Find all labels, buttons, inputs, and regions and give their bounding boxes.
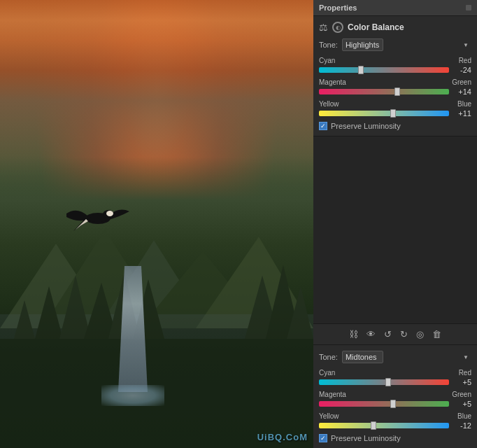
blue-label-1: Blue — [457, 100, 471, 108]
cb-title-1: Color Balance — [348, 22, 404, 32]
yellow-blue-value-2: -12 — [453, 421, 471, 430]
magenta-green-track-1[interactable] — [319, 89, 449, 94]
yellow-blue-thumb-1[interactable] — [390, 109, 396, 118]
magenta-green-labels-2: Magenta Green — [319, 391, 471, 398]
check-mark-1: ✓ — [320, 123, 326, 130]
magenta-green-thumb-2[interactable] — [390, 400, 396, 408]
cyan-red-labels-1: Cyan Red — [319, 57, 471, 64]
tone-select-2[interactable]: Midtones Highlights Shadows — [342, 351, 383, 363]
tone-row-1: Tone: Highlights Midtones Shadows — [319, 38, 471, 51]
green-label-1: Green — [452, 78, 471, 86]
magenta-green-track-2[interactable] — [319, 401, 449, 407]
yellow-blue-labels-2: Yellow Blue — [319, 412, 471, 420]
yellow-blue-track-2[interactable] — [319, 423, 449, 428]
yellow-blue-track-1[interactable] — [319, 111, 449, 116]
cyan-red-thumb-2[interactable] — [385, 378, 391, 386]
panel-toolbar: ⛓ 👁 ↺ ↻ ◎ 🗑 — [313, 323, 477, 345]
check-mark-2: ✓ — [320, 435, 326, 442]
cyan-red-thumb-1[interactable] — [358, 66, 364, 74]
cyan-red-value-2: +5 — [453, 378, 471, 386]
color-balance-section-2: Tone: Midtones Highlights Shadows Cyan R… — [313, 345, 477, 448]
yellow-blue-container-1: +11 — [319, 109, 471, 118]
preserve-checkbox-2[interactable]: ✓ — [319, 434, 327, 442]
tone-select-wrapper-1[interactable]: Highlights Midtones Shadows — [342, 38, 471, 51]
magenta-green-slider-row-1: Magenta Green +14 — [319, 78, 471, 96]
reset-icon[interactable]: ↺ — [383, 328, 393, 341]
magenta-green-slider-row-2: Magenta Green +5 — [319, 391, 471, 408]
yellow-blue-slider-row-2: Yellow Blue -12 — [319, 412, 471, 430]
magenta-green-thumb-1[interactable] — [394, 88, 400, 96]
cyan-label-2: Cyan — [319, 369, 335, 377]
preserve-row-2: ✓ Preserve Luminosity — [319, 434, 471, 442]
panel-header: Properties — [313, 0, 477, 16]
cyan-label-1: Cyan — [319, 57, 335, 64]
watermark: UiBQ.CoM — [257, 432, 308, 442]
history-icon[interactable]: ↻ — [399, 328, 409, 341]
mask-icon[interactable]: ◎ — [415, 328, 425, 341]
preserve-label-2: Preserve Luminosity — [331, 434, 401, 442]
scale-icon: ⚖ — [319, 22, 328, 33]
yellow-blue-value-1: +11 — [453, 109, 471, 118]
adjustment-icon: ◐ — [332, 22, 343, 33]
magenta-green-labels-1: Magenta Green — [319, 78, 471, 86]
magenta-label-2: Magenta — [319, 391, 346, 398]
delete-icon[interactable]: 🗑 — [431, 328, 443, 341]
panel-header-title: Properties — [319, 4, 357, 12]
red-label-1: Red — [459, 57, 471, 64]
tone-label-1: Tone: — [319, 41, 338, 49]
cyan-red-slider-row-1: Cyan Red -24 — [319, 57, 471, 74]
yellow-blue-labels-1: Yellow Blue — [319, 100, 471, 108]
yellow-label-1: Yellow — [319, 100, 339, 108]
eye-icon[interactable]: 👁 — [365, 328, 377, 341]
cyan-red-track-1[interactable] — [319, 67, 449, 73]
magenta-green-container-2: +5 — [319, 400, 471, 408]
panel-spacer — [313, 136, 477, 323]
yellow-blue-container-2: -12 — [319, 421, 471, 430]
red-label-2: Red — [459, 369, 471, 377]
panel-collapse-button[interactable] — [466, 5, 471, 10]
yellow-label-2: Yellow — [319, 412, 339, 420]
canvas-area: UiBQ.CoM — [0, 0, 313, 448]
cyan-red-slider-row-2: Cyan Red +5 — [319, 369, 471, 386]
preserve-label-1: Preserve Luminosity — [331, 122, 401, 130]
magenta-green-value-1: +14 — [453, 88, 471, 96]
tone-select-1[interactable]: Highlights Midtones Shadows — [342, 38, 383, 51]
cyan-red-track-2[interactable] — [319, 379, 449, 385]
tone-select-wrapper-2[interactable]: Midtones Highlights Shadows — [342, 351, 471, 363]
cyan-red-value-1: -24 — [453, 66, 471, 74]
yellow-blue-slider-row-1: Yellow Blue +11 — [319, 100, 471, 118]
properties-panel: Properties ⚖ ◐ Color Balance Tone: Highl… — [313, 0, 477, 448]
preserve-row-1: ✓ Preserve Luminosity — [319, 122, 471, 130]
svg-point-18 — [106, 211, 113, 216]
cyan-red-slider-container-1: -24 — [319, 66, 471, 74]
cyan-red-slider-container-2: +5 — [319, 378, 471, 386]
yellow-blue-thumb-2[interactable] — [371, 421, 376, 430]
panel-header-controls — [466, 5, 471, 10]
cb-title-row-1: ⚖ ◐ Color Balance — [319, 22, 471, 33]
waterfall-base — [101, 385, 164, 406]
cyan-red-labels-2: Cyan Red — [319, 369, 471, 377]
tone-label-2: Tone: — [319, 353, 338, 361]
magenta-green-value-2: +5 — [453, 400, 471, 408]
link-icon[interactable]: ⛓ — [348, 328, 359, 341]
preserve-checkbox-1[interactable]: ✓ — [319, 122, 327, 130]
tone-row-2: Tone: Midtones Highlights Shadows — [319, 351, 471, 363]
magenta-label-1: Magenta — [319, 78, 346, 86]
forest-layer — [0, 202, 313, 448]
blue-label-2: Blue — [457, 412, 471, 420]
eagle — [63, 196, 133, 238]
magenta-green-container-1: +14 — [319, 88, 471, 96]
color-balance-section-1: ⚖ ◐ Color Balance Tone: Highlights Midto… — [313, 16, 477, 136]
green-label-2: Green — [452, 391, 471, 398]
